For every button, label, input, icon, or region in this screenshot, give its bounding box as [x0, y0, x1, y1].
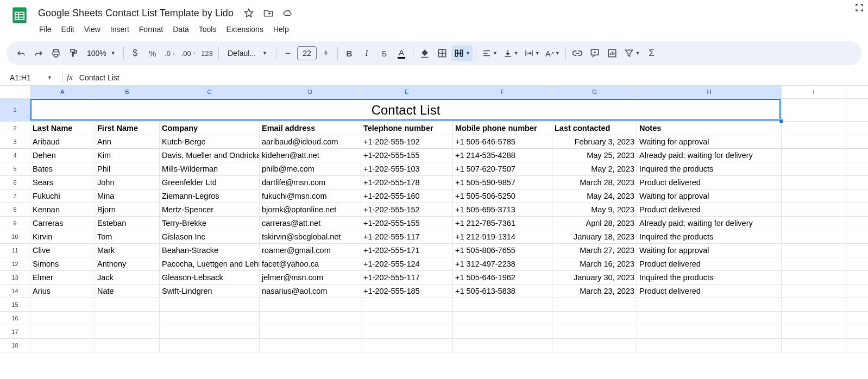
data-cell[interactable]: Clive [30, 244, 95, 257]
redo-button[interactable] [30, 45, 47, 61]
cell[interactable] [361, 312, 453, 325]
bold-button[interactable]: B [341, 45, 357, 61]
data-cell[interactable]: Product delivered [637, 285, 782, 298]
cell[interactable] [552, 312, 637, 325]
row-header[interactable]: 7 [0, 190, 30, 203]
cell[interactable] [782, 271, 846, 284]
paint-format-button[interactable] [65, 45, 81, 61]
data-cell[interactable]: +1 505-695-3713 [453, 203, 552, 216]
cell[interactable] [782, 312, 846, 325]
cell[interactable] [782, 162, 846, 175]
header-cell[interactable]: Telephone number [361, 122, 453, 135]
cell[interactable] [552, 325, 637, 338]
cell[interactable] [782, 285, 846, 298]
wrap-button[interactable]: ▼ [522, 45, 542, 61]
header-cell[interactable]: Company [160, 122, 260, 135]
cell[interactable] [782, 257, 846, 270]
data-cell[interactable]: +1 214-535-4288 [453, 149, 552, 162]
cell[interactable] [453, 312, 552, 325]
data-cell[interactable]: +1 505-506-5250 [453, 190, 552, 203]
data-cell[interactable]: +1 507-620-7507 [453, 162, 552, 175]
data-cell[interactable]: Fukuchi [30, 190, 95, 203]
row-header[interactable]: 9 [0, 217, 30, 230]
col-header-H[interactable]: H [637, 86, 782, 98]
data-cell[interactable]: Swift-Lindgren [160, 285, 260, 298]
cell[interactable] [453, 339, 552, 352]
cell[interactable] [637, 325, 782, 338]
data-cell[interactable]: +1-202-555-185 [361, 285, 453, 298]
data-cell[interactable]: March 27, 2023 [552, 244, 637, 257]
data-cell[interactable]: Nate [95, 285, 160, 298]
zoom-select[interactable]: 100%▼ [83, 49, 120, 58]
data-cell[interactable]: Mark [95, 244, 160, 257]
menu-insert[interactable]: Insert [106, 23, 134, 36]
data-cell[interactable]: Gleason-Lebsack [160, 271, 260, 284]
row-header[interactable]: 8 [0, 203, 30, 216]
row-header[interactable]: 18 [0, 339, 30, 352]
data-cell[interactable]: Elmer [30, 271, 95, 284]
cell[interactable] [95, 325, 160, 338]
data-cell[interactable]: Terry-Brekke [160, 217, 260, 230]
data-cell[interactable]: +1-202-555-117 [361, 271, 453, 284]
col-header-E[interactable]: E [361, 86, 453, 98]
data-cell[interactable]: March 16, 2023 [552, 257, 637, 270]
data-cell[interactable]: Already paid; waiting for delivery [637, 217, 782, 230]
move-folder-icon[interactable] [261, 5, 276, 21]
data-cell[interactable]: Inquired the products [637, 271, 782, 284]
cell[interactable] [361, 339, 453, 352]
data-cell[interactable]: Ann [95, 135, 160, 148]
cell[interactable] [30, 339, 95, 352]
cell[interactable] [260, 339, 361, 352]
data-cell[interactable]: +1-202-555-155 [361, 217, 453, 230]
data-cell[interactable]: +1-202-555-117 [361, 230, 453, 243]
col-header-A[interactable]: A [30, 86, 95, 98]
col-header-G[interactable]: G [552, 86, 637, 98]
row-header[interactable]: 10 [0, 230, 30, 243]
data-cell[interactable]: +1 505-613-5838 [453, 285, 552, 298]
row-header[interactable]: 11 [0, 244, 30, 257]
data-cell[interactable]: Aribaud [30, 135, 95, 148]
data-cell[interactable]: Jack [95, 271, 160, 284]
data-cell[interactable]: Waiting for approval [637, 135, 782, 148]
data-cell[interactable]: Arius [30, 285, 95, 298]
cell[interactable] [30, 298, 95, 311]
cell[interactable] [95, 312, 160, 325]
data-cell[interactable]: January 30, 2023 [552, 271, 637, 284]
title-cell[interactable]: Contact List [30, 99, 782, 121]
increase-font-button[interactable]: + [318, 45, 334, 61]
data-cell[interactable]: philb@me.com [260, 162, 361, 175]
data-cell[interactable]: Greenfelder Ltd [160, 176, 260, 189]
row-header[interactable]: 15 [0, 298, 30, 311]
data-cell[interactable]: May 2, 2023 [552, 162, 637, 175]
menu-data[interactable]: Data [168, 23, 193, 36]
row-header[interactable]: 13 [0, 271, 30, 284]
row-header[interactable]: 17 [0, 325, 30, 338]
data-cell[interactable]: May 9, 2023 [552, 203, 637, 216]
cloud-status-icon[interactable] [280, 5, 295, 21]
row-header[interactable]: 6 [0, 176, 30, 189]
menu-tools[interactable]: Tools [194, 23, 221, 36]
row-header[interactable]: 1 [0, 99, 30, 121]
data-cell[interactable]: Dehen [30, 149, 95, 162]
cell[interactable] [782, 298, 846, 311]
menu-format[interactable]: Format [135, 23, 167, 36]
cell[interactable] [782, 217, 846, 230]
cell[interactable] [95, 339, 160, 352]
cell[interactable] [782, 149, 846, 162]
cell[interactable] [361, 298, 453, 311]
cell[interactable] [453, 325, 552, 338]
data-cell[interactable]: Pacocha, Luettgen and Lehner [160, 257, 260, 270]
data-cell[interactable]: Product delivered [637, 176, 782, 189]
data-cell[interactable]: Mills-Wilderman [160, 162, 260, 175]
merge-cells-button[interactable]: ▼ [451, 45, 473, 61]
cell[interactable] [782, 339, 846, 352]
data-cell[interactable]: +1 505-590-9857 [453, 176, 552, 189]
data-cell[interactable]: +1-202-555-178 [361, 176, 453, 189]
cell[interactable] [160, 325, 260, 338]
row-header[interactable]: 14 [0, 285, 30, 298]
doc-title[interactable]: Google Sheets Contact List Template by L… [35, 7, 237, 20]
decrease-font-button[interactable]: − [280, 45, 296, 61]
percent-button[interactable]: % [144, 45, 161, 61]
cell[interactable] [782, 203, 846, 216]
data-cell[interactable]: May 25, 2023 [552, 149, 637, 162]
